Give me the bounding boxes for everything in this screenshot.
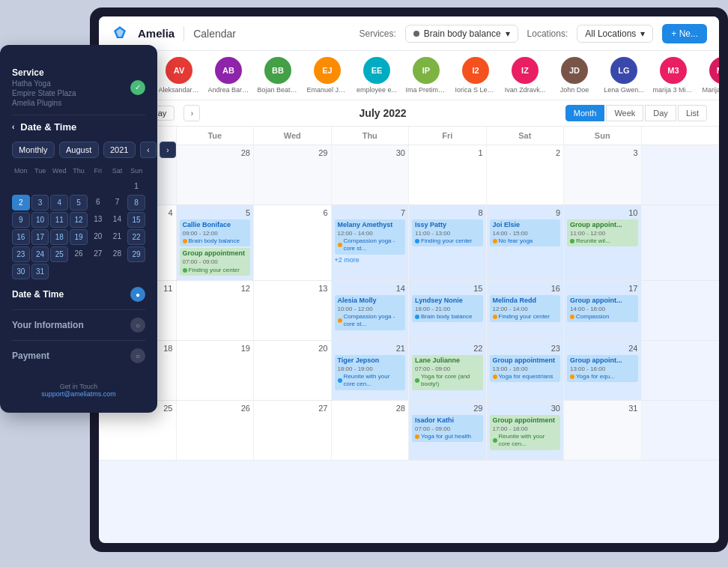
mini-day-5[interactable]: 5 <box>70 195 88 210</box>
calendar-cell[interactable]: 27 <box>254 401 332 460</box>
calendar-event-card[interactable]: Callie Boniface 09:00 - 12:00 Brain body… <box>180 219 251 246</box>
mini-day-9[interactable]: 9 <box>12 212 30 228</box>
employee-item[interactable]: ME Marija Ernil Marija Tess <box>704 57 719 94</box>
calendar-event-card[interactable]: Group appointment 07:00 - 09:00 Finding … <box>180 248 251 275</box>
calendar-event-card[interactable]: Group appoint... 14:00 - 16:00 Compassio… <box>567 295 638 322</box>
calendar-cell[interactable]: 28 <box>177 145 255 204</box>
calendar-cell[interactable]: 29 <box>254 145 332 204</box>
services-select[interactable]: Brain body balance <box>405 25 518 43</box>
calendar-event-card[interactable]: Group appointment 13:00 - 16:00 Yoga for… <box>490 355 561 382</box>
support-email[interactable]: support@ameliatms.com <box>12 390 145 398</box>
mini-day-31[interactable]: 31 <box>31 264 49 279</box>
employee-item[interactable]: IZ Ivan Zdravk... <box>506 57 544 94</box>
calendar-event-card[interactable]: Lane Julianne 07:00 - 09:00 Yoga for cor… <box>412 355 483 390</box>
mini-day-1[interactable]: 1 <box>127 179 145 193</box>
calendar-cell[interactable]: 30 <box>332 145 410 204</box>
employee-item[interactable]: AB Andrea Barber <box>210 57 247 94</box>
add-new-button[interactable]: + Ne... <box>662 24 707 43</box>
calendar-cell[interactable]: 15 Lyndsey Nonie 18:00 - 21:00 Brain bod… <box>409 281 487 340</box>
mini-day-17[interactable]: 17 <box>31 229 49 245</box>
next-month-button[interactable]: › <box>183 105 200 121</box>
employee-item[interactable]: M3 marija 3 Mike Sober <box>655 57 692 94</box>
mini-day-30[interactable]: 30 <box>12 264 30 279</box>
mini-day-11[interactable]: 11 <box>50 212 68 228</box>
booking-step-service[interactable]: Service Hatha YogaEmpire State PlazaAmel… <box>12 60 145 115</box>
calendar-event-card[interactable]: Lyndsey Nonie 18:00 - 21:00 Brain body b… <box>412 295 483 322</box>
mini-day-29[interactable]: 29 <box>127 246 145 262</box>
calendar-cell[interactable]: 10 Group appoint... 11:00 - 12:00 Reunit… <box>564 205 642 280</box>
calendar-event-card[interactable]: Melinda Redd 12:00 - 14:00 Finding your … <box>490 295 561 322</box>
calendar-cell[interactable]: 8 Issy Patty 11:00 - 13:00 Finding your … <box>409 205 487 280</box>
month-select[interactable]: August <box>59 142 99 158</box>
booking-step-your-information[interactable]: Your Information ○ <box>12 310 145 341</box>
calendar-event-card[interactable]: Alesia Molly 10:00 - 12:00 Compassion yo… <box>335 295 406 330</box>
calendar-cell[interactable]: 12 <box>177 281 255 340</box>
employee-item[interactable]: I2 Iorica S Lexie Ernie <box>457 57 494 94</box>
more-events-link[interactable]: +2 more <box>335 256 406 264</box>
calendar-cell[interactable]: 7 Melany Amethyst 12:00 - 14:00 Compassi… <box>332 205 410 280</box>
mini-day-6[interactable]: 6 <box>89 195 107 210</box>
mini-day-7[interactable]: 7 <box>109 195 127 210</box>
mini-day-21[interactable]: 21 <box>109 229 127 245</box>
mini-day-22[interactable]: 22 <box>127 229 145 245</box>
calendar-cell[interactable]: 29 Isador Kathi 07:00 - 09:00 Yoga for g… <box>409 401 487 460</box>
year-select[interactable]: 2021 <box>103 142 136 158</box>
view-button-list[interactable]: List <box>678 105 707 121</box>
calendar-grid-container[interactable]: MonTueWedThuFriSatSun 2728293012345 Call… <box>99 127 719 542</box>
calendar-event-card[interactable]: Group appoint... 11:00 - 12:00 Reunite w… <box>567 219 638 246</box>
calendar-event-card[interactable]: Isador Kathi 07:00 - 09:00 Yoga for gut … <box>412 415 483 442</box>
mini-prev-button[interactable]: ‹ <box>140 142 157 158</box>
calendar-cell[interactable]: 16 Melinda Redd 12:00 - 14:00 Finding yo… <box>487 281 565 340</box>
calendar-cell[interactable]: 26 <box>177 401 255 460</box>
view-button-month[interactable]: Month <box>565 105 605 121</box>
calendar-cell[interactable]: 23 Group appointment 13:00 - 16:00 Yoga … <box>487 341 565 400</box>
calendar-event-card[interactable]: Melany Amethyst 12:00 - 14:00 Compassion… <box>335 219 406 255</box>
calendar-cell[interactable]: 13 <box>254 281 332 340</box>
calendar-cell[interactable]: 17 Group appoint... 14:00 - 16:00 Compas… <box>564 281 642 340</box>
mini-day-15[interactable]: 15 <box>127 212 145 228</box>
locations-select[interactable]: All Locations <box>577 25 653 43</box>
calendar-cell[interactable]: 6 <box>254 205 332 280</box>
calendar-cell[interactable]: 21 Tiger Jepson 18:00 - 19:00 Reunite wi… <box>332 341 410 400</box>
mini-day-25[interactable]: 25 <box>50 246 68 262</box>
employee-item[interactable]: BB Bojan Beatrice <box>259 57 297 94</box>
calendar-cell[interactable]: 1 <box>409 145 487 204</box>
employee-item[interactable]: EJ Emanuel Jer... <box>309 57 346 94</box>
calendar-cell[interactable]: 5 Callie Boniface 09:00 - 12:00 Brain bo… <box>177 205 255 280</box>
mini-day-16[interactable]: 16 <box>12 229 30 245</box>
mini-day-28[interactable]: 28 <box>109 246 127 262</box>
calendar-cell[interactable]: 2 <box>487 145 565 204</box>
mini-day-19[interactable]: 19 <box>70 229 88 245</box>
mini-day-12[interactable]: 12 <box>70 212 88 228</box>
mini-day-23[interactable]: 23 <box>12 246 30 262</box>
calendar-cell[interactable]: 22 Lane Julianne 07:00 - 09:00 Yoga for … <box>409 341 487 400</box>
calendar-cell[interactable]: 28 <box>332 401 410 460</box>
view-select[interactable]: Monthly <box>12 142 55 158</box>
mini-day-27[interactable]: 27 <box>89 246 107 262</box>
mini-next-button[interactable]: › <box>160 142 176 158</box>
mini-day-26[interactable]: 26 <box>70 246 88 262</box>
calendar-cell[interactable]: 30 Group appointment 17:00 - 18:00 Reuni… <box>487 401 565 460</box>
calendar-cell[interactable]: 3 <box>564 145 642 204</box>
back-arrow-icon[interactable]: ‹ <box>12 123 14 131</box>
calendar-event-card[interactable]: Issy Patty 11:00 - 13:00 Finding your ce… <box>412 219 483 246</box>
mini-day-14[interactable]: 14 <box>109 212 127 228</box>
mini-day-4[interactable]: 4 <box>50 195 68 210</box>
mini-day-8[interactable]: 8 <box>127 195 145 210</box>
view-button-day[interactable]: Day <box>645 105 676 121</box>
calendar-cell[interactable]: 31 <box>564 401 642 460</box>
booking-step-payment[interactable]: Payment ○ <box>12 341 145 371</box>
employee-item[interactable]: EE employee e... <box>358 57 395 94</box>
employee-item[interactable]: JD John Doe <box>556 57 593 94</box>
mini-day-3[interactable]: 3 <box>31 195 49 210</box>
calendar-cell[interactable]: 24 Group appoint... 13:00 - 16:00 Yoga f… <box>564 341 642 400</box>
calendar-cell[interactable]: 9 Joi Elsie 14:00 - 15:00 No fear yoga <box>487 205 565 280</box>
mini-day-10[interactable]: 10 <box>31 212 49 228</box>
mini-day-24[interactable]: 24 <box>31 246 49 262</box>
employee-item[interactable]: LG Lena Gwen... <box>605 57 643 94</box>
employee-item[interactable]: AV Aleksandar ... <box>160 57 198 94</box>
calendar-event-card[interactable]: Group appoint... 13:00 - 16:00 Yoga for … <box>567 355 638 382</box>
employee-item[interactable]: IP Ima Pretime Emily Ernie <box>407 57 445 94</box>
mini-day-20[interactable]: 20 <box>89 229 107 245</box>
calendar-event-card[interactable]: Group appointment 17:00 - 18:00 Reunite … <box>490 415 561 450</box>
